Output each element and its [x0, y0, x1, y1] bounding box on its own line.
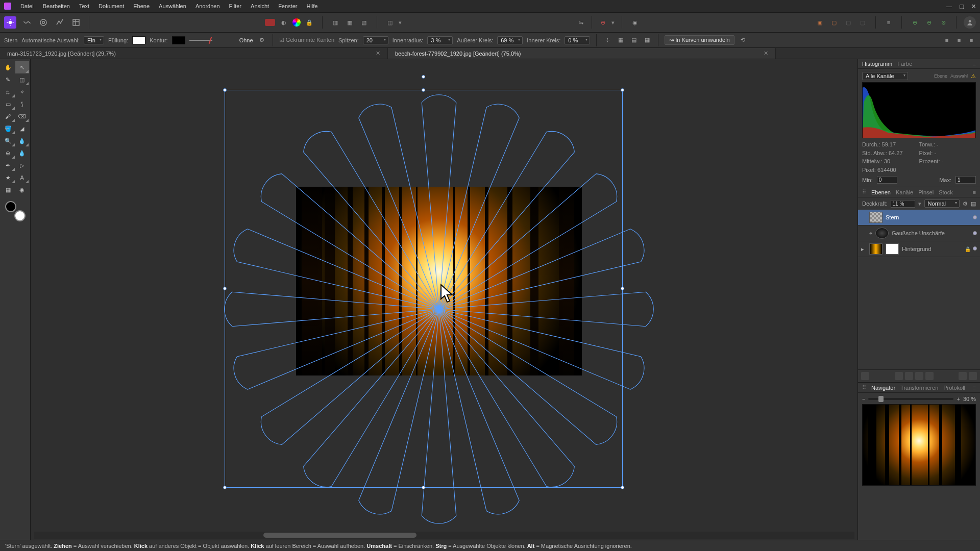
layer-name[interactable]: Gaußsche Unschärfe [892, 230, 945, 236]
smudge-tool[interactable]: 💧 [15, 135, 30, 147]
add-icon[interactable]: ⊕ [909, 17, 920, 28]
snap-right-icon[interactable]: ▧ [358, 17, 370, 28]
outer-circle-input[interactable]: 69 % [497, 36, 523, 44]
menu-item[interactable]: Anordnen [195, 3, 220, 9]
menu-item[interactable]: Filter [229, 3, 241, 9]
layer-row[interactable]: ⌖ Gaußsche Unschärfe [858, 226, 980, 241]
layer-options-icon[interactable]: ▤ [971, 201, 976, 207]
crop-tool[interactable]: ◫ [15, 73, 30, 86]
menu-item[interactable]: Ebene [133, 3, 150, 9]
liquify-persona-button[interactable] [21, 17, 33, 28]
hist-mode-selection[interactable]: Auswahl [950, 73, 968, 79]
menu-item[interactable]: Ansicht [251, 3, 269, 9]
develop-persona-button[interactable] [38, 17, 49, 28]
dropdown-caret-icon[interactable]: ▾ [399, 19, 402, 26]
dropdown-caret-icon[interactable]: ▾ [611, 19, 615, 26]
document-tab[interactable]: man-3151723_1920.jpg [Geändert] (29,7%) … [0, 48, 388, 59]
align-center-icon[interactable]: ≡ [954, 36, 964, 45]
pen-tool[interactable]: ✒ [1, 159, 15, 171]
fill-swatch[interactable] [132, 36, 145, 44]
selection-brush-tool[interactable]: ⎌ [1, 86, 15, 98]
align-icon[interactable]: ≡ [883, 17, 894, 28]
visibility-toggle[interactable] [973, 231, 977, 235]
clip-icon[interactable]: ◫ [384, 17, 396, 28]
align-left-icon[interactable]: ≡ [942, 36, 951, 45]
add-layer-button[interactable] [959, 372, 967, 380]
account-avatar[interactable] [964, 16, 976, 29]
navigator-preview[interactable] [862, 404, 976, 486]
tonemap-persona-button[interactable] [54, 17, 65, 28]
erase-tool[interactable]: ⌫ [15, 110, 30, 122]
quickmask-icon[interactable]: ◉ [629, 17, 641, 28]
color-wheel-icon[interactable] [292, 18, 301, 27]
tab-brushes[interactable]: Pinsel [918, 189, 934, 195]
canvas[interactable] [31, 59, 857, 540]
node-tool[interactable]: ▷ [15, 159, 30, 171]
fill-tool[interactable]: 🪣 [1, 122, 15, 135]
inner-circle-input[interactable]: 0 % [565, 36, 590, 44]
gear-icon[interactable]: ⚙ [257, 36, 266, 45]
min-input[interactable] [877, 176, 897, 184]
convert-to-curves-button[interactable]: ↝ In Kurven umwandeln [665, 35, 734, 45]
tab-histogram[interactable]: Histogramm [862, 61, 892, 67]
close-icon[interactable]: ✕ [971, 3, 976, 10]
move-tool[interactable]: ↖ [15, 61, 30, 73]
panel-menu-icon[interactable]: ≡ [973, 61, 976, 67]
chevron-icon[interactable]: ▸ [861, 246, 866, 253]
tab-stock[interactable]: Stock [939, 189, 953, 195]
greyscale-icon[interactable]: ◐ [278, 17, 289, 28]
clone-tool[interactable]: ⊕ [1, 147, 15, 159]
panel-drag-icon[interactable]: ⠿ [862, 384, 866, 391]
export-persona-button[interactable] [70, 17, 82, 28]
stroke-swatch[interactable] [172, 36, 185, 44]
mask-layer-button[interactable] [861, 372, 869, 380]
transform-mode-icon[interactable]: ▦ [616, 36, 625, 45]
lock-icon[interactable]: 🔒 [965, 246, 971, 252]
selection-bounding-box[interactable] [225, 90, 623, 488]
visibility-toggle[interactable] [973, 246, 977, 251]
cycle-select-icon[interactable]: ▤ [629, 36, 639, 45]
dropdown-caret-icon[interactable]: ▾ [918, 201, 921, 207]
tab-channels[interactable]: Kanäle [896, 189, 913, 195]
antialias-checkbox[interactable]: ☑ Gekrümmte Kanten [279, 37, 334, 43]
maximize-icon[interactable]: ▢ [959, 3, 964, 10]
layer-name[interactable]: Stern [886, 214, 899, 220]
dodge-tool[interactable]: 🔍 [1, 135, 15, 147]
delete-layer-button[interactable] [969, 372, 977, 380]
healing-tool[interactable]: 💧 [15, 147, 30, 159]
adjustment-button[interactable] [895, 372, 903, 380]
horizontal-scrollbar[interactable] [34, 532, 854, 539]
close-tab-icon[interactable]: ✕ [764, 50, 768, 57]
flip-h-icon[interactable]: ⇋ [575, 17, 586, 28]
max-input[interactable] [955, 176, 976, 184]
snap-center-icon[interactable]: ▦ [344, 17, 355, 28]
panel-drag-icon[interactable]: ⠿ [862, 189, 866, 195]
view-tool[interactable]: ◉ [15, 184, 30, 196]
show-alignment-icon[interactable]: ▦ [643, 36, 652, 45]
minimize-icon[interactable]: — [946, 3, 952, 10]
gear-icon[interactable]: ⚙ [963, 201, 968, 207]
arrange-dim-icon[interactable]: ▢ [843, 17, 854, 28]
photo-persona-button[interactable] [4, 16, 16, 29]
tab-transform[interactable]: Transformieren [900, 385, 938, 391]
zoom-in-button[interactable]: + [957, 396, 960, 402]
zoom-slider[interactable] [868, 398, 953, 400]
close-tab-icon[interactable]: ✕ [376, 50, 380, 57]
text-tool[interactable]: A [15, 171, 30, 184]
tab-navigator[interactable]: Navigator [871, 385, 895, 391]
transform-origin-icon[interactable]: ⊹ [603, 36, 612, 45]
blend-mode-dropdown[interactable]: Normal [924, 199, 960, 208]
auto-select-dropdown[interactable]: Ein [84, 36, 104, 44]
panel-menu-icon[interactable]: ≡ [973, 189, 976, 195]
color-picker-tool[interactable]: ✎ [1, 73, 15, 86]
align-right-icon[interactable]: ≡ [967, 36, 976, 45]
menu-item[interactable]: Datei [20, 3, 34, 9]
layer-name[interactable]: Hintergrund [902, 246, 931, 252]
arrange-dim-icon[interactable]: ▢ [857, 17, 868, 28]
livefilter-button[interactable] [915, 372, 923, 380]
points-input[interactable]: 20 [363, 36, 388, 44]
crop-button[interactable] [925, 372, 934, 380]
fx-button[interactable] [905, 372, 913, 380]
gradient-tool[interactable]: ◢ [15, 122, 30, 135]
tab-layers[interactable]: Ebenen [871, 189, 891, 195]
